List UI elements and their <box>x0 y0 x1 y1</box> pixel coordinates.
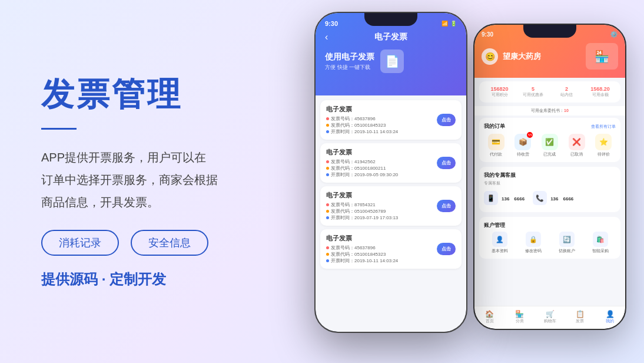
dot-3c <box>326 216 329 219</box>
invoice-card-4: 电子发票 发票号码：45637896 发票代码：051001845323 <box>320 229 462 269</box>
stat-coupons: 5 可用优惠券 <box>517 86 549 98</box>
invoice-number-3: 发票号码：87654321 <box>331 202 376 208</box>
stat-messages: 2 站内信 <box>551 86 582 98</box>
home-icon: 🏠 <box>474 310 504 318</box>
nav-category[interactable]: 🏪 分类 <box>504 310 535 324</box>
title-divider <box>41 128 77 130</box>
pharmacy-time: 9:30 <box>482 31 493 38</box>
completed-icon: ✅ <box>545 138 554 146</box>
category-icon: 🏪 <box>504 310 535 318</box>
invoice-list: 电子发票 发票号码：45637896 发票代码：051001845323 <box>316 95 466 332</box>
banner-main-title: 使用电子发票 <box>325 51 374 62</box>
invoice-code-2: 发票代码：051001800211 <box>331 165 386 171</box>
invoice-time: 9:30 <box>325 20 338 27</box>
stat-balance: 1568.20 可用余额 <box>585 86 616 98</box>
phones-area: 9:30 ▪ ▪ 📶 🔋 ⚙️ 😊 望康大药房 🏪 <box>279 0 644 363</box>
invoice-date-row-1: 开票时间：2019-10-11 14:03:24 <box>326 128 437 135</box>
order-icons-grid: 💳 代付款 📦 55 待收货 <box>484 134 616 157</box>
tag-consumption[interactable]: 消耗记录 <box>41 230 119 256</box>
account-switch[interactable]: 🔄 切换账户 <box>551 232 582 254</box>
invoice-nav-icon: 📋 <box>565 310 595 318</box>
cancelled-icon: ❌ <box>572 138 581 146</box>
invoice-btn-1[interactable]: 点击 <box>437 114 456 126</box>
service-numbers-1: 136 6666 <box>502 196 525 202</box>
bottom-tagline: 提供源码 · 定制开发 <box>41 270 253 289</box>
invoice-number-row-4: 发票号码：45637896 <box>326 245 437 251</box>
pharmacy-avatar: 😊 <box>482 48 498 65</box>
password-icon: 🔒 <box>526 232 541 247</box>
order-pending-receive[interactable]: 📦 55 待收货 <box>511 134 536 157</box>
pending-receive-badge: 55 <box>527 132 533 138</box>
order-cancelled[interactable]: ❌ 已取消 <box>565 134 589 157</box>
pharmacy-info: 😊 望康大药房 🏪 <box>482 43 618 70</box>
tag-security[interactable]: 安全信息 <box>131 230 208 256</box>
pending-receive-icon: 📦 <box>519 138 527 146</box>
nav-profile[interactable]: 👤 我的 <box>595 310 625 324</box>
switch-icon: 🔄 <box>559 232 575 247</box>
order-review[interactable]: ⭐ 待评价 <box>591 134 616 157</box>
nav-invoice[interactable]: 📋 发票 <box>565 310 595 324</box>
settings-icon[interactable]: ⚙️ <box>610 31 618 38</box>
orders-title: 我的订单 <box>484 123 505 130</box>
smart-purchase-icon: 🛍️ <box>593 232 608 247</box>
invoice-card-2: 电子发票 发票号码：41942562 发票代码：051001800211 <box>320 143 462 183</box>
invoice-number-2: 发票号码：41942562 <box>331 159 376 165</box>
invoice-code-row-4: 发票代码：051001845323 <box>326 251 437 258</box>
orders-section: 我的订单 查看所有订单 💳 代付款 <box>479 118 620 162</box>
invoice-info-3: 电子发票 发票号码：87654321 发票代码：051004526789 <box>326 191 437 221</box>
invoice-card-3: 电子发票 发票号码：87654321 发票代码：051004526789 <box>320 186 462 226</box>
service-sub-label: 专属客服 <box>484 180 616 186</box>
cart-icon: 🛒 <box>535 310 565 318</box>
dot-3a <box>326 203 329 206</box>
invoice-date-2: 开票时间：2019-09-05 09:30:20 <box>331 171 398 178</box>
invoice-code-row-1: 发票代码：051001845323 <box>326 122 437 128</box>
account-password[interactable]: 🔒 修改密码 <box>517 232 549 254</box>
invoice-date-row-2: 开票时间：2019-09-05 09:30:20 <box>326 171 437 178</box>
invoice-btn-4[interactable]: 点击 <box>437 243 456 255</box>
nav-home[interactable]: 🏠 首页 <box>474 310 504 324</box>
invoice-code-1: 发票代码：051001845323 <box>331 122 386 128</box>
invoice-number-4: 发票号码：45637896 <box>331 245 376 251</box>
service-section: 我的专属客服 专属客服 📱 136 6666 📞 136 6666 <box>479 167 620 212</box>
invoice-card-1: 电子发票 发票号码：45637896 发票代码：051001845323 <box>320 100 462 140</box>
dot-3b <box>326 210 329 213</box>
invoice-date-4: 开票时间：2019-10-11 14:03:24 <box>331 258 398 264</box>
invoice-type-4: 电子发票 <box>326 234 437 243</box>
page-container: 发票管理 APP提供开票服务，用户可以在 订单中选择开票服务，商家会根据 商品信… <box>0 0 644 363</box>
invoice-info-1: 电子发票 发票号码：45637896 发票代码：051001845323 <box>326 105 437 135</box>
order-pending-pay[interactable]: 💳 代付款 <box>484 134 509 157</box>
phone-back: 9:30 ▪ ▪ 📶 🔋 ⚙️ 😊 望康大药房 🏪 <box>473 24 626 330</box>
phone-front: 9:30 📶 🔋 ‹ 电子发票 使用电子发票 <box>314 12 467 333</box>
profile-nav-icon: 👤 <box>595 310 625 318</box>
nav-cart[interactable]: 🛒 购物车 <box>535 310 565 324</box>
invoice-screen: 9:30 📶 🔋 ‹ 电子发票 使用电子发票 <box>316 13 466 332</box>
availability-count: 10 <box>564 108 569 113</box>
invoice-banner: 使用电子发票 方便 快捷 一键下载 📄 <box>316 45 466 78</box>
service-phone-icon-2: 📞 <box>533 191 547 205</box>
account-smart-purchase[interactable]: 🛍️ 智能采购 <box>585 232 616 254</box>
invoice-type-1: 电子发票 <box>326 105 437 114</box>
invoice-info-4: 电子发票 发票号码：45637896 发票代码：051001845323 <box>326 234 437 264</box>
dot-4b <box>326 253 329 256</box>
dot-4c <box>326 259 329 262</box>
pharmacy-screen: 9:30 ▪ ▪ 📶 🔋 ⚙️ 😊 望康大药房 🏪 <box>474 25 625 329</box>
order-completed[interactable]: ✅ 已完成 <box>537 134 562 157</box>
invoice-btn-2[interactable]: 点击 <box>437 157 456 169</box>
account-section: 账户管理 👤 基本资料 🔒 修改密码 🔄 <box>479 217 620 259</box>
phone-back-notch <box>523 25 576 38</box>
invoice-number-1: 发票号码：45637896 <box>331 116 376 122</box>
invoice-code-row-3: 发票代码：051004526789 <box>326 208 437 214</box>
account-title: 账户管理 <box>484 222 616 229</box>
invoice-btn-3[interactable]: 点击 <box>437 200 456 212</box>
view-all-orders[interactable]: 查看所有订单 <box>591 124 616 130</box>
invoice-date-row-3: 开票时间：2019-07-19 17:03:13 <box>326 214 437 221</box>
account-profile[interactable]: 👤 基本资料 <box>484 232 515 254</box>
bottom-nav-bar: 🏠 首页 🏪 分类 🛒 购物车 📋 发票 <box>474 306 625 329</box>
invoice-number-row-3: 发票号码：87654321 <box>326 202 437 208</box>
service-row-1: 📱 136 6666 📞 136 6666 <box>484 189 616 207</box>
back-button[interactable]: ‹ <box>325 32 328 42</box>
service-phone-icon-1: 📱 <box>484 191 498 205</box>
invoice-status-icons: 📶 🔋 <box>441 21 457 27</box>
invoice-code-3: 发票代码：051004526789 <box>331 208 386 214</box>
banner-text: 使用电子发票 方便 快捷 一键下载 <box>325 51 374 71</box>
